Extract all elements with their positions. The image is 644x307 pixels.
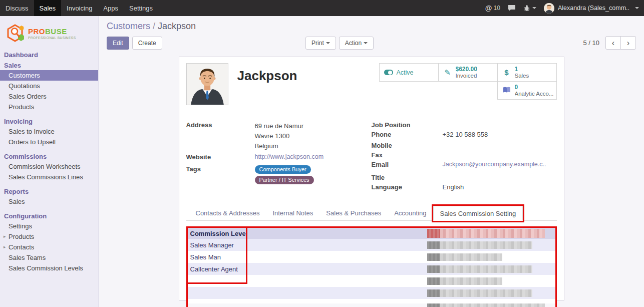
sidebar-heading-commissions[interactable]: Commissions [0, 151, 98, 161]
redacted-cell [427, 303, 545, 307]
topnav-discuss[interactable]: Discuss [0, 0, 34, 16]
sidebar-section-invoicing: Invoicing Sales to Invoice Orders to Ups… [0, 116, 98, 147]
sidebar-heading-configuration[interactable]: Configuration [0, 210, 98, 221]
tab-sales-commission-setting[interactable]: Sales Commission Setting [433, 206, 523, 221]
user-name: Alexandra (Sales_comm.. [558, 5, 629, 12]
form-sheet: Jackpson Active ✎ $620.00 Invoiced [179, 57, 564, 300]
tag-components-buyer: Components Buyer [255, 165, 311, 174]
sidebar-heading-invoicing[interactable]: Invoicing [0, 116, 98, 126]
logo-subtitle: PROFESSIONAL BUSINESS [28, 36, 76, 40]
top-menu: Discuss Sales Invoicing Apps Settings [0, 0, 158, 16]
sidebar: PROBUSE PROFESSIONAL BUSINESS Dashboard … [0, 16, 99, 307]
tab-contacts-addresses[interactable]: Contacts & Addresses [189, 206, 266, 220]
sidebar-item-label: Sales Orders [9, 93, 47, 100]
caret-down-icon [532, 7, 536, 9]
sidebar-item-sales-commissions-lines[interactable]: Sales Commissions Lines [0, 172, 98, 182]
sidebar-item-label: Sales Teams [9, 254, 46, 261]
pager-value[interactable]: 5 / 10 [583, 39, 599, 47]
chevron-right-icon: ▸ [4, 233, 9, 240]
active-stat-button[interactable]: Active [379, 63, 439, 82]
breadcrumb: Customers/Jackpson [107, 21, 636, 32]
tag-partner-it-services: Partner / IT Services [255, 176, 314, 184]
column-header-commission-level[interactable]: Commission Level [188, 228, 427, 239]
invoiced-stat-button[interactable]: ✎ $620.00 Invoiced [438, 63, 498, 82]
pager-previous-button[interactable]: ‹ [605, 36, 621, 50]
action-dropdown-button[interactable]: Action [339, 37, 374, 50]
action-label: Action [345, 40, 362, 47]
sidebar-section-dashboard: Dashboard [0, 49, 98, 60]
mention-counter[interactable]: @ 10 [485, 4, 500, 12]
probuse-logo-text: PROBUSE PROFESSIONAL BUSINESS [28, 28, 76, 40]
sidebar-item-sales-orders[interactable]: Sales Orders [0, 91, 98, 102]
sidebar-heading-reports[interactable]: Reports [0, 186, 98, 196]
probuse-logo-icon [6, 24, 25, 43]
phone-field-label: Phone [372, 131, 443, 140]
main-content: Customers/Jackpson Edit Create Print Act… [99, 16, 644, 307]
commission-table: Commission Level Sales Manager Sales Man [186, 226, 557, 307]
user-menu[interactable]: Alexandra (Sales_comm.. [544, 3, 639, 14]
sidebar-item-label: Sales to Invoice [9, 128, 55, 135]
debug-icon[interactable] [523, 5, 536, 12]
tab-accounting[interactable]: Accounting [388, 206, 433, 220]
sales-stat-button[interactable]: $ 1 Sales [497, 63, 557, 82]
table-row-callcenter-agent[interactable]: Callcenter Agent [188, 263, 555, 275]
analytic-count-value: 0 [515, 84, 554, 91]
title-field-label: Title [372, 174, 443, 182]
sidebar-item-sales-teams[interactable]: Sales Teams [0, 252, 98, 263]
record-title: Jackpson [237, 68, 297, 105]
website-link[interactable]: http://www.jackpson.com [255, 153, 324, 162]
sidebar-item-sales-to-invoice[interactable]: Sales to Invoice [0, 126, 98, 137]
sidebar-item-products[interactable]: Products [0, 102, 98, 112]
tab-internal-notes[interactable]: Internal Notes [266, 206, 319, 220]
breadcrumb-customers-link[interactable]: Customers [107, 21, 150, 31]
redacted-cell [427, 253, 502, 261]
pager-next-button[interactable]: › [620, 36, 636, 50]
sidebar-item-label: Customers [9, 72, 40, 79]
sidebar-item-sales-commission-levels[interactable]: Sales Commission Levels [0, 263, 98, 273]
sidebar-item-reports-sales[interactable]: Sales [0, 196, 98, 207]
edit-button[interactable]: Edit [107, 37, 129, 50]
sidebar-item-config-products[interactable]: ▸ Products [0, 231, 98, 242]
sidebar-item-config-contacts[interactable]: ▸ Contacts [0, 242, 98, 252]
table-row-sales-manager[interactable]: Sales Manager [188, 239, 555, 251]
topnav-invoicing[interactable]: Invoicing [61, 0, 98, 16]
probuse-logo[interactable]: PROBUSE PROFESSIONAL BUSINESS [0, 16, 98, 49]
topnav-apps[interactable]: Apps [98, 0, 124, 16]
sidebar-item-commission-worksheets[interactable]: Commission Worksheets [0, 161, 98, 172]
topnav-sales[interactable]: Sales [34, 0, 62, 16]
caret-down-icon [635, 7, 639, 9]
sidebar-item-quotations[interactable]: Quotations [0, 81, 98, 91]
email-link[interactable]: Jackpson@yourcompany.example.c.. [443, 161, 546, 170]
mobile-field-label: Mobile [372, 142, 443, 150]
active-label: Active [397, 69, 414, 76]
commission-level-cell: Sales Manager [188, 239, 427, 251]
sidebar-heading-dashboard[interactable]: Dashboard [0, 49, 98, 60]
sidebar-item-settings[interactable]: Settings [0, 221, 98, 231]
sidebar-item-label: Products [9, 103, 34, 111]
address-line2: Wavre 1300 [255, 132, 290, 140]
table-footer-row [188, 303, 555, 307]
breadcrumb-current: Jackpson [158, 21, 196, 31]
table-row-sales-man[interactable]: Sales Man [188, 251, 555, 263]
redacted-cell [427, 289, 532, 297]
analytic-stat-button[interactable]: 0 Analytic Acco... [497, 81, 557, 100]
tab-sales-purchases[interactable]: Sales & Purchases [319, 206, 388, 220]
print-label: Print [311, 40, 324, 47]
sidebar-item-customers[interactable]: Customers [0, 70, 98, 81]
address-line3: Belgium [255, 142, 278, 150]
print-dropdown-button[interactable]: Print [305, 37, 336, 50]
pager: 5 / 10 ‹ › [583, 36, 636, 50]
sidebar-item-label: Settings [9, 222, 32, 230]
chevron-right-icon: ▸ [4, 243, 9, 251]
messages-icon[interactable] [508, 5, 516, 12]
topnav-settings[interactable]: Settings [124, 0, 158, 16]
tags-field-value: Components Buyer Partner / IT Services [255, 165, 314, 184]
sidebar-heading-sales[interactable]: Sales [0, 60, 98, 70]
email-field-label: Email [372, 161, 443, 170]
create-button[interactable]: Create [132, 37, 162, 50]
sidebar-item-orders-to-upsell[interactable]: Orders to Upsell [0, 137, 98, 147]
address-field-label: Address [186, 121, 255, 151]
button-row: Edit Create Print Action 5 / 10 ‹ › [107, 36, 636, 50]
dollar-icon: $ [502, 69, 512, 76]
sidebar-item-label: Contacts [9, 243, 34, 251]
